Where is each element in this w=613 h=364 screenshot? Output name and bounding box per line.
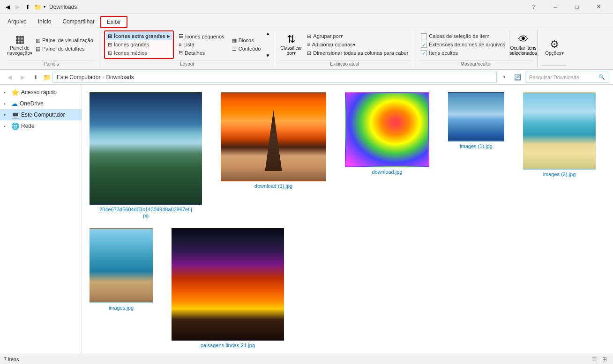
file-item-2[interactable]: download (1).jpg — [221, 92, 326, 219]
group-opcoes-content: ⚙ Opções▾ — [542, 30, 567, 64]
file-item-7[interactable]: paisagens-lindas-21.jpg — [172, 228, 284, 349]
icones-extra-arrow: ▸ — [167, 33, 170, 39]
search-icon: 🔍 — [598, 74, 605, 80]
computer-icon: 💻 — [11, 111, 19, 119]
group-layout-content: ⊞ Ícones extra grandes ▸ ⊞ Ícones grande… — [104, 30, 270, 59]
layout-options-container: ⊞ Ícones extra grandes ▸ ⊞ Ícones grande… — [104, 30, 174, 59]
classificar-label: Classificarpor▾ — [280, 45, 302, 56]
icones-extra-icon: ⊞ — [108, 33, 112, 39]
ocultar-itens-button[interactable]: 👁 Ocultar itensselecionados — [509, 31, 533, 58]
forward-nav-button[interactable]: ▶ — [17, 72, 28, 83]
itens-ocultos-option[interactable]: Itens ocultos — [419, 49, 507, 57]
search-box[interactable]: Pesquisar Downloads 🔍 — [525, 72, 609, 83]
ocultar-icon: 👁 — [518, 33, 529, 45]
conteudo-label: Conteúdo — [239, 46, 261, 52]
tab-compartilhar[interactable]: Compartilhar — [57, 15, 100, 28]
details-view-button[interactable]: ☰ — [590, 355, 599, 364]
file-item-4[interactable]: images (1).jpg — [448, 92, 504, 219]
scroll-down[interactable]: ▼ — [265, 53, 270, 58]
opcoes-label: Opções▾ — [545, 51, 563, 56]
icones-grandes-button[interactable]: ⊞ Ícones grandes — [106, 41, 172, 49]
detalhes-button[interactable]: ⊟ Detalhes — [177, 49, 226, 57]
conteudo-icon: ☰ — [232, 46, 237, 52]
adicionar-colunas-button[interactable]: ≡ Adicionar colunas▾ — [305, 41, 410, 49]
tab-arquivo[interactable]: Arquivo — [2, 15, 32, 28]
file-item-6[interactable]: images.jpg — [90, 228, 153, 349]
back-nav-button[interactable]: ◀ — [4, 72, 15, 83]
layout-scroll: ▲ ▼ — [265, 31, 270, 58]
ocultar-label: Ocultar itensselecionados — [509, 45, 537, 56]
refresh-button[interactable]: 🔄 — [512, 72, 523, 83]
file-thumb-1 — [90, 92, 202, 205]
lista-button[interactable]: ≡ Lista — [177, 41, 226, 48]
file-name-6: images.jpg — [109, 305, 134, 311]
sidebar-item-onedrive[interactable]: ▸ ☁ OneDrive — [0, 98, 82, 109]
file-thumb-2 — [221, 92, 326, 181]
dropdown-arrow[interactable]: ▾ — [44, 5, 45, 9]
view-toggle: ☰ ⊞ — [590, 355, 609, 364]
icones-peq-label: Ícones pequenos — [185, 34, 224, 39]
conteudo-button[interactable]: ☰ Conteúdo — [230, 45, 263, 53]
tab-inicio[interactable]: Início — [32, 15, 57, 28]
extensoes-option[interactable]: Extensões de nomes de arquivos — [419, 41, 507, 49]
icones-medios-button[interactable]: ⊞ Ícones médios — [106, 49, 172, 57]
agrupar-por-button[interactable]: ⊞ Agrupar por▾ — [305, 32, 410, 40]
detalhes-icon: ⊟ — [179, 50, 183, 56]
painel-side-buttons: ▥ Painel de visualização ▤ Painel de det… — [34, 37, 95, 53]
ribbon-tab-bar: Arquivo Início Compartilhar Exibir — [0, 14, 613, 28]
address-path[interactable]: Este Computador › Downloads — [52, 72, 497, 83]
detalhes-label: Detalhes — [185, 50, 205, 56]
help-button[interactable]: ? — [523, 0, 545, 14]
icones-medios-label: Ícones médios — [114, 50, 147, 56]
opcoes-button[interactable]: ⚙ Opções▾ — [542, 34, 567, 61]
file-item-3[interactable]: download.jpg — [345, 92, 429, 219]
back-icon[interactable]: ◀ — [4, 3, 12, 11]
group-mostrar-content: Caixas de seleção de item Extensões de n… — [419, 30, 533, 59]
file-item-5[interactable]: images (2).jpg — [523, 92, 596, 219]
painel-visualizacao-button[interactable]: ▥ Painel de visualização — [34, 37, 95, 45]
file-thumb-6 — [90, 228, 153, 303]
dimensionar-button[interactable]: ⊟ Dimensionar todas as colunas para cabe… — [305, 49, 410, 57]
agrupar-label: Agrupar por▾ — [313, 33, 343, 39]
file-item-1[interactable]: 204e673d5604d03c14309948a02967ef.jpg — [90, 92, 202, 219]
layout-options-col3: ▦ Blocos ☰ Conteúdo — [229, 36, 264, 54]
icones-peq-icon: ☰ — [179, 33, 183, 39]
minimize-button[interactable]: ─ — [545, 0, 566, 14]
sidebar-item-este-computador[interactable]: ▾ 💻 Este Computador — [0, 109, 82, 120]
maximize-button[interactable]: □ — [566, 0, 588, 14]
forward-icon[interactable]: ▶ — [14, 3, 22, 11]
itens-ocultos-checkbox — [421, 50, 427, 56]
icones-medios-icon: ⊞ — [108, 50, 112, 56]
icones-pequenos-button[interactable]: ☰ Ícones pequenos — [177, 32, 226, 40]
title-bar-quick-access: ◀ ▶ ⬆ 📁 ▾ — [4, 3, 45, 11]
path-folder-icon: 📁 — [43, 74, 51, 81]
checkboxes-col: Caixas de seleção de item Extensões de n… — [419, 32, 507, 57]
caixas-selecao-option[interactable]: Caixas de seleção de item — [419, 32, 507, 40]
expand-arrow: ▸ — [4, 124, 9, 128]
file-thumb-7 — [172, 228, 284, 341]
tab-exibir[interactable]: Exibir — [100, 16, 127, 28]
file-name-3: download.jpg — [372, 169, 403, 175]
sidebar-item-rede[interactable]: ▸ 🌐 Rede — [0, 120, 82, 132]
group-mostrar-label: Mostrar/ocultar — [419, 60, 533, 67]
painel-navegacao-button[interactable]: ▦ Painel denavegação▾ — [7, 31, 32, 58]
up-nav-button[interactable]: ⬆ — [30, 72, 41, 83]
close-button[interactable]: ✕ — [588, 0, 609, 14]
itens-ocultos-label: Itens ocultos — [429, 50, 458, 56]
caixas-checkbox — [421, 33, 427, 39]
blocos-button[interactable]: ▦ Blocos — [230, 37, 263, 45]
scroll-up[interactable]: ▲ — [265, 31, 270, 36]
opcoes-icon: ⚙ — [550, 38, 559, 51]
up-icon[interactable]: ⬆ — [23, 3, 32, 11]
dimensionar-icon: ⊟ — [307, 50, 311, 56]
sidebar-label-acesso: Acesso rápido — [21, 89, 57, 96]
file-thumb-4 — [448, 92, 504, 141]
search-placeholder: Pesquisar Downloads — [529, 74, 579, 80]
large-icons-view-button[interactable]: ⊞ — [600, 355, 609, 364]
classificar-por-button[interactable]: ⇅ Classificarpor▾ — [279, 31, 303, 58]
icones-extra-grandes-button[interactable]: ⊞ Ícones extra grandes ▸ — [106, 32, 172, 40]
path-dropdown-button[interactable]: ▾ — [499, 72, 510, 83]
painel-detalhes-button[interactable]: ▤ Painel de detalhes — [34, 45, 95, 53]
painel-navegacao-icon: ▦ — [15, 33, 25, 45]
sidebar-item-acesso-rapido[interactable]: ▸ ⭐ Acesso rápido — [0, 87, 82, 98]
